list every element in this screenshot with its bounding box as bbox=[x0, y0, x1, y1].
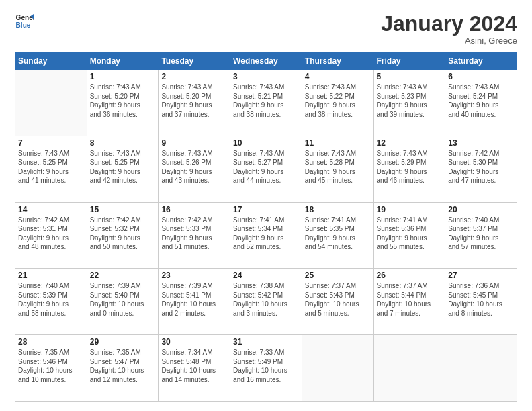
header-row: Sunday Monday Tuesday Wednesday Thursday… bbox=[15, 53, 517, 70]
calendar-day: 24Sunrise: 7:38 AMSunset: 5:42 PMDayligh… bbox=[230, 269, 302, 335]
day-number: 14 bbox=[18, 205, 84, 214]
day-number: 18 bbox=[305, 205, 371, 214]
day-info: Sunrise: 7:40 AMSunset: 5:39 PMDaylight:… bbox=[18, 281, 84, 318]
day-number: 1 bbox=[90, 72, 156, 81]
day-info: Sunrise: 7:42 AMSunset: 5:32 PMDaylight:… bbox=[90, 216, 156, 252]
day-info: Sunrise: 7:43 AMSunset: 5:22 PMDaylight:… bbox=[305, 83, 371, 119]
day-info: Sunrise: 7:40 AMSunset: 5:37 PMDaylight:… bbox=[448, 216, 514, 252]
calendar-day bbox=[15, 70, 87, 136]
col-sunday: Sunday bbox=[15, 53, 87, 70]
day-info: Sunrise: 7:39 AMSunset: 5:40 PMDaylight:… bbox=[90, 281, 156, 318]
calendar-day: 30Sunrise: 7:34 AMSunset: 5:48 PMDayligh… bbox=[159, 335, 230, 402]
day-number: 27 bbox=[448, 271, 514, 280]
calendar-header: Sunday Monday Tuesday Wednesday Thursday… bbox=[15, 53, 517, 70]
day-info: Sunrise: 7:42 AMSunset: 5:31 PMDaylight:… bbox=[18, 216, 84, 252]
day-info: Sunrise: 7:33 AMSunset: 5:49 PMDaylight:… bbox=[233, 348, 299, 384]
calendar-day: 6Sunrise: 7:43 AMSunset: 5:24 PMDaylight… bbox=[445, 70, 517, 136]
calendar-day: 15Sunrise: 7:42 AMSunset: 5:32 PMDayligh… bbox=[87, 202, 159, 269]
calendar-day: 7Sunrise: 7:43 AMSunset: 5:25 PMDaylight… bbox=[15, 136, 87, 202]
day-number: 8 bbox=[90, 138, 156, 148]
day-info: Sunrise: 7:39 AMSunset: 5:41 PMDaylight:… bbox=[161, 281, 227, 318]
subtitle: Asini, Greece bbox=[381, 36, 517, 46]
calendar-day: 9Sunrise: 7:43 AMSunset: 5:26 PMDaylight… bbox=[159, 136, 230, 202]
logo: General Blue bbox=[15, 12, 34, 31]
day-number: 25 bbox=[305, 271, 371, 280]
calendar-day: 5Sunrise: 7:43 AMSunset: 5:23 PMDaylight… bbox=[373, 70, 445, 136]
calendar-week-3: 14Sunrise: 7:42 AMSunset: 5:31 PMDayligh… bbox=[15, 202, 517, 269]
day-number: 23 bbox=[161, 271, 227, 280]
calendar-day: 3Sunrise: 7:43 AMSunset: 5:21 PMDaylight… bbox=[230, 70, 302, 136]
day-info: Sunrise: 7:42 AMSunset: 5:33 PMDaylight:… bbox=[161, 216, 227, 252]
day-number: 15 bbox=[90, 205, 156, 214]
day-info: Sunrise: 7:43 AMSunset: 5:25 PMDaylight:… bbox=[90, 149, 156, 185]
calendar-day: 11Sunrise: 7:43 AMSunset: 5:28 PMDayligh… bbox=[302, 136, 373, 202]
day-info: Sunrise: 7:41 AMSunset: 5:36 PMDaylight:… bbox=[377, 216, 443, 252]
logo-icon: General Blue bbox=[15, 12, 34, 31]
day-number: 24 bbox=[233, 271, 299, 280]
day-number: 20 bbox=[448, 205, 514, 214]
calendar-week-4: 21Sunrise: 7:40 AMSunset: 5:39 PMDayligh… bbox=[15, 269, 517, 335]
main-title: January 2024 bbox=[381, 12, 517, 36]
calendar-week-2: 7Sunrise: 7:43 AMSunset: 5:25 PMDaylight… bbox=[15, 136, 517, 202]
col-monday: Monday bbox=[87, 53, 159, 70]
calendar-week-1: 1Sunrise: 7:43 AMSunset: 5:20 PMDaylight… bbox=[15, 70, 517, 136]
day-info: Sunrise: 7:35 AMSunset: 5:46 PMDaylight:… bbox=[18, 348, 84, 384]
day-number: 22 bbox=[90, 271, 156, 280]
day-number: 9 bbox=[161, 138, 227, 148]
calendar-day: 25Sunrise: 7:37 AMSunset: 5:43 PMDayligh… bbox=[302, 269, 373, 335]
day-number: 6 bbox=[448, 72, 514, 81]
calendar-day: 1Sunrise: 7:43 AMSunset: 5:20 PMDaylight… bbox=[87, 70, 159, 136]
calendar-day: 27Sunrise: 7:36 AMSunset: 5:45 PMDayligh… bbox=[445, 269, 517, 335]
day-info: Sunrise: 7:41 AMSunset: 5:35 PMDaylight:… bbox=[305, 216, 371, 252]
day-number: 16 bbox=[161, 205, 227, 214]
calendar-day: 21Sunrise: 7:40 AMSunset: 5:39 PMDayligh… bbox=[15, 269, 87, 335]
calendar-body: 1Sunrise: 7:43 AMSunset: 5:20 PMDaylight… bbox=[15, 70, 517, 402]
col-wednesday: Wednesday bbox=[230, 53, 302, 70]
day-number: 4 bbox=[305, 72, 371, 81]
day-info: Sunrise: 7:43 AMSunset: 5:21 PMDaylight:… bbox=[233, 83, 299, 119]
day-info: Sunrise: 7:37 AMSunset: 5:43 PMDaylight:… bbox=[305, 281, 371, 318]
col-thursday: Thursday bbox=[302, 53, 373, 70]
day-number: 2 bbox=[161, 72, 227, 81]
calendar-day: 17Sunrise: 7:41 AMSunset: 5:34 PMDayligh… bbox=[230, 202, 302, 269]
calendar-day: 4Sunrise: 7:43 AMSunset: 5:22 PMDaylight… bbox=[302, 70, 373, 136]
col-saturday: Saturday bbox=[445, 53, 517, 70]
day-number: 17 bbox=[233, 205, 299, 214]
calendar-day: 20Sunrise: 7:40 AMSunset: 5:37 PMDayligh… bbox=[445, 202, 517, 269]
day-number: 26 bbox=[377, 271, 443, 280]
calendar-day: 29Sunrise: 7:35 AMSunset: 5:47 PMDayligh… bbox=[87, 335, 159, 402]
calendar-day: 2Sunrise: 7:43 AMSunset: 5:20 PMDaylight… bbox=[159, 70, 230, 136]
calendar-day bbox=[302, 335, 373, 402]
day-info: Sunrise: 7:43 AMSunset: 5:20 PMDaylight:… bbox=[161, 83, 227, 119]
day-info: Sunrise: 7:43 AMSunset: 5:28 PMDaylight:… bbox=[305, 149, 371, 185]
calendar-day: 26Sunrise: 7:37 AMSunset: 5:44 PMDayligh… bbox=[373, 269, 445, 335]
calendar: Sunday Monday Tuesday Wednesday Thursday… bbox=[15, 52, 517, 402]
calendar-day: 18Sunrise: 7:41 AMSunset: 5:35 PMDayligh… bbox=[302, 202, 373, 269]
day-info: Sunrise: 7:43 AMSunset: 5:24 PMDaylight:… bbox=[448, 83, 514, 119]
calendar-day: 14Sunrise: 7:42 AMSunset: 5:31 PMDayligh… bbox=[15, 202, 87, 269]
day-number: 3 bbox=[233, 72, 299, 81]
day-number: 12 bbox=[377, 138, 443, 148]
day-info: Sunrise: 7:34 AMSunset: 5:48 PMDaylight:… bbox=[161, 348, 227, 384]
day-info: Sunrise: 7:37 AMSunset: 5:44 PMDaylight:… bbox=[377, 281, 443, 318]
day-info: Sunrise: 7:42 AMSunset: 5:30 PMDaylight:… bbox=[448, 149, 514, 185]
day-info: Sunrise: 7:41 AMSunset: 5:34 PMDaylight:… bbox=[233, 216, 299, 252]
day-info: Sunrise: 7:43 AMSunset: 5:20 PMDaylight:… bbox=[90, 83, 156, 119]
calendar-day bbox=[445, 335, 517, 402]
day-number: 5 bbox=[377, 72, 443, 81]
day-number: 13 bbox=[448, 138, 514, 148]
calendar-day: 31Sunrise: 7:33 AMSunset: 5:49 PMDayligh… bbox=[230, 335, 302, 402]
day-info: Sunrise: 7:35 AMSunset: 5:47 PMDaylight:… bbox=[90, 348, 156, 384]
header: General Blue January 2024 Asini, Greece bbox=[15, 12, 517, 46]
calendar-day: 10Sunrise: 7:43 AMSunset: 5:27 PMDayligh… bbox=[230, 136, 302, 202]
day-number: 19 bbox=[377, 205, 443, 214]
day-number: 29 bbox=[90, 337, 156, 347]
calendar-day: 23Sunrise: 7:39 AMSunset: 5:41 PMDayligh… bbox=[159, 269, 230, 335]
svg-text:Blue: Blue bbox=[16, 21, 31, 29]
day-info: Sunrise: 7:43 AMSunset: 5:29 PMDaylight:… bbox=[377, 149, 443, 185]
page: General Blue January 2024 Asini, Greece … bbox=[0, 0, 532, 411]
day-info: Sunrise: 7:36 AMSunset: 5:45 PMDaylight:… bbox=[448, 281, 514, 318]
calendar-day: 13Sunrise: 7:42 AMSunset: 5:30 PMDayligh… bbox=[445, 136, 517, 202]
title-block: January 2024 Asini, Greece bbox=[381, 12, 517, 46]
day-info: Sunrise: 7:38 AMSunset: 5:42 PMDaylight:… bbox=[233, 281, 299, 318]
